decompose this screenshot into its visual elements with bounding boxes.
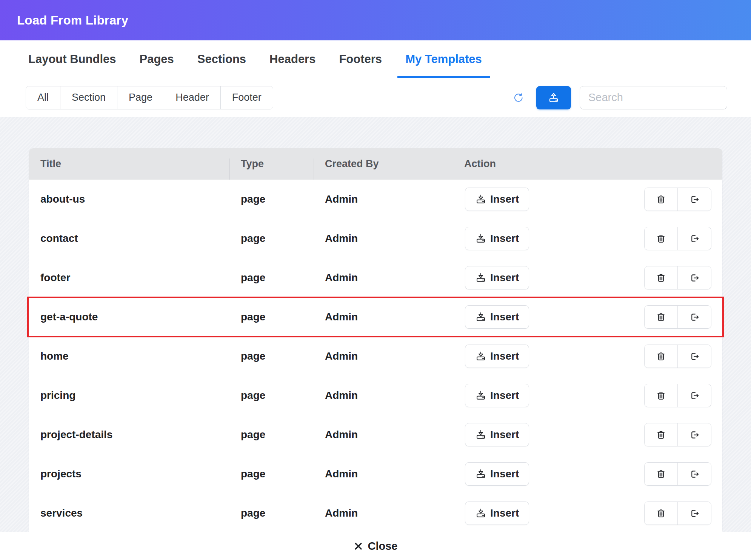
row-type: page [229, 389, 314, 402]
row-icon-buttons [644, 462, 711, 486]
insert-label: Insert [490, 389, 519, 402]
row-title: about-us [29, 193, 229, 205]
row-created-by: Admin [314, 389, 453, 402]
delete-button[interactable] [645, 423, 678, 446]
row-icon-buttons [644, 266, 711, 289]
export-icon [689, 469, 700, 479]
insert-icon [475, 390, 486, 401]
export-button[interactable] [678, 227, 711, 250]
toolbar: AllSectionPageHeaderFooter [0, 78, 751, 117]
insert-button[interactable]: Insert [465, 266, 529, 289]
delete-button[interactable] [645, 266, 678, 289]
row-type: page [229, 311, 314, 323]
tab-headers[interactable]: Headers [262, 40, 323, 78]
export-button[interactable] [678, 188, 711, 211]
row-title: projects [29, 468, 229, 480]
insert-button[interactable]: Insert [465, 462, 529, 486]
tab-my-templates[interactable]: My Templates [397, 40, 490, 78]
tab-footers[interactable]: Footers [331, 40, 390, 78]
export-button[interactable] [678, 266, 711, 289]
delete-button[interactable] [645, 306, 678, 328]
delete-button[interactable] [645, 345, 678, 368]
insert-icon [475, 233, 486, 244]
row-actions: Insert [453, 454, 722, 494]
filter-header[interactable]: Header [164, 86, 221, 109]
export-icon [689, 234, 700, 244]
delete-button[interactable] [645, 384, 678, 407]
export-button[interactable] [678, 384, 711, 407]
tab-sections[interactable]: Sections [189, 40, 254, 78]
delete-button[interactable] [645, 463, 678, 485]
insert-button[interactable]: Insert [465, 345, 529, 368]
row-actions: Insert [453, 219, 722, 258]
insert-button[interactable]: Insert [465, 305, 529, 329]
modal-title: Load From Library [17, 13, 128, 28]
export-button[interactable] [678, 463, 711, 485]
insert-icon [475, 468, 486, 480]
filter-all[interactable]: All [26, 86, 60, 109]
delete-button[interactable] [645, 227, 678, 250]
export-icon [689, 273, 700, 283]
row-type: page [229, 232, 314, 245]
templates-table: Title Type Created By Action about-us pa… [29, 148, 722, 533]
row-created-by: Admin [314, 311, 453, 323]
row-icon-buttons [644, 345, 711, 368]
load-from-library-modal: Load From Library Layout BundlesPagesSec… [0, 0, 751, 560]
export-icon [689, 430, 700, 440]
row-title: project-details [29, 429, 229, 441]
export-button[interactable] [678, 423, 711, 446]
filter-page[interactable]: Page [117, 86, 164, 109]
row-actions: Insert [453, 415, 722, 454]
row-created-by: Admin [314, 507, 453, 519]
trash-icon [656, 430, 666, 440]
table-header-row: Title Type Created By Action [29, 148, 722, 180]
row-title: pricing [29, 389, 229, 402]
row-actions: Insert [453, 337, 722, 376]
delete-button[interactable] [645, 502, 678, 525]
filter-section[interactable]: Section [60, 86, 117, 109]
insert-button[interactable]: Insert [465, 384, 529, 407]
export-icon [689, 194, 700, 205]
export-button[interactable] [678, 345, 711, 368]
close-x-icon [354, 542, 363, 551]
row-type: page [229, 507, 314, 519]
insert-button[interactable]: Insert [465, 188, 529, 211]
table-row: projects page Admin Insert [29, 454, 722, 494]
row-title: services [29, 507, 229, 519]
insert-icon [475, 272, 486, 283]
insert-button[interactable]: Insert [465, 423, 529, 446]
modal-header: Load From Library [0, 0, 751, 40]
row-type: page [229, 468, 314, 480]
insert-button[interactable]: Insert [465, 227, 529, 250]
trash-icon [656, 234, 666, 244]
tab-pages[interactable]: Pages [132, 40, 182, 78]
row-title: get-a-quote [29, 311, 229, 323]
upload-tray-icon [548, 92, 560, 104]
table-row: project-details page Admin Insert [29, 415, 722, 454]
insert-label: Insert [490, 193, 519, 205]
row-icon-buttons [644, 227, 711, 250]
table-row: get-a-quote page Admin Insert [29, 297, 722, 337]
trash-icon [656, 312, 666, 322]
search-input[interactable] [580, 86, 727, 109]
tab-layout-bundles[interactable]: Layout Bundles [20, 40, 124, 78]
row-type: page [229, 193, 314, 205]
insert-button[interactable]: Insert [465, 502, 529, 525]
refresh-icon[interactable] [513, 92, 524, 103]
close-button[interactable]: Close [0, 532, 751, 560]
row-icon-buttons [644, 423, 711, 446]
filter-footer[interactable]: Footer [221, 86, 273, 109]
table-body: about-us page Admin Insert [29, 180, 722, 533]
row-icon-buttons [644, 384, 711, 407]
export-button[interactable] [678, 306, 711, 328]
insert-label: Insert [490, 272, 519, 284]
export-button[interactable] [678, 502, 711, 525]
delete-button[interactable] [645, 188, 678, 211]
table-row: services page Admin Insert [29, 494, 722, 533]
insert-icon [475, 351, 486, 362]
row-created-by: Admin [314, 193, 453, 205]
row-actions: Insert [453, 376, 722, 415]
table-row: about-us page Admin Insert [29, 180, 722, 219]
upload-button[interactable] [536, 86, 571, 109]
row-created-by: Admin [314, 232, 453, 245]
